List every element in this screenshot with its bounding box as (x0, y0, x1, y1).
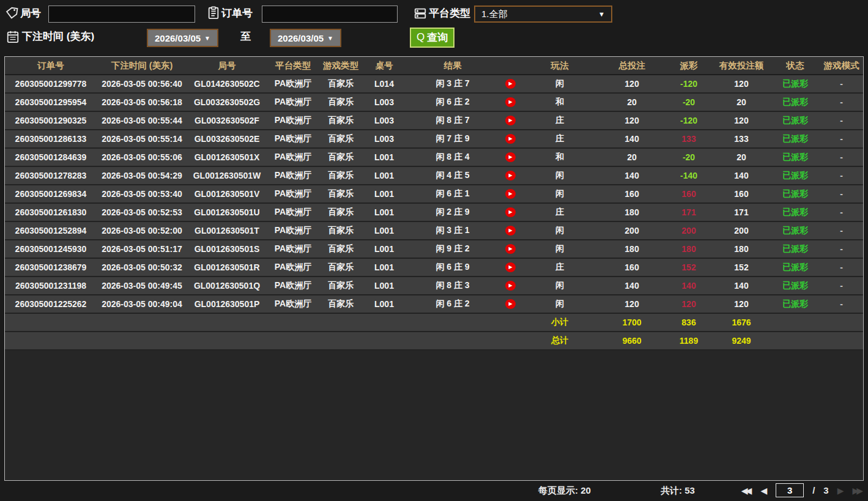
play-video-icon[interactable]: ▶ (505, 299, 516, 309)
cell-status: 已派彩 (771, 280, 820, 291)
subtotal-row: 小计 1700 836 1676 (5, 314, 863, 332)
calendar-icon (6, 30, 20, 43)
first-page-icon[interactable]: ◀◀ (741, 486, 752, 495)
cell-bet-time: 2026-03-05 00:49:04 (97, 299, 187, 309)
table-row[interactable]: 260305001278283 2026-03-05 00:54:29 GL00… (5, 167, 863, 185)
cell-total-bet: 20 (598, 97, 666, 107)
play-video-icon[interactable]: ▶ (505, 226, 516, 236)
cell-payout: 133 (666, 134, 712, 144)
cell-total-bet: 160 (598, 262, 666, 272)
cell-payout: 120 (666, 299, 712, 309)
cell-order-id: 260305001252894 (5, 226, 97, 236)
cell-game-type: 百家乐 (319, 97, 362, 108)
order-id-input[interactable] (262, 6, 398, 23)
cell-result: 闲 6 庄 2 (406, 97, 499, 108)
col-header-round-id: 局号 (187, 60, 267, 72)
col-header-play: 玩法 (521, 60, 598, 72)
next-page-icon[interactable]: ▶ (837, 486, 844, 495)
cell-round-id: GL0032630502F (187, 116, 267, 125)
cell-game-type: 百家乐 (319, 188, 362, 199)
cell-game-type: 百家乐 (319, 243, 362, 254)
cell-round-id: GL0142630502C (187, 79, 267, 89)
play-video-icon[interactable]: ▶ (505, 244, 516, 254)
search-button[interactable]: Q 查询 (410, 28, 454, 48)
cell-game-type: 百家乐 (319, 299, 362, 310)
play-video-icon[interactable]: ▶ (505, 189, 516, 199)
cell-video: ▶ (499, 281, 521, 291)
play-video-icon[interactable]: ▶ (505, 152, 516, 162)
cell-payout: -120 (666, 79, 712, 89)
cell-status: 已派彩 (771, 115, 820, 126)
cell-round-id: GL0012630501T (187, 226, 267, 236)
cell-valid-bet: 120 (712, 116, 771, 125)
table-row[interactable]: 260305001290325 2026-03-05 00:55:44 GL00… (5, 112, 863, 130)
table-row[interactable]: 260305001225262 2026-03-05 00:49:04 GL00… (5, 295, 863, 314)
table-row[interactable]: 260305001295954 2026-03-05 00:56:18 GL00… (5, 94, 863, 112)
table-row[interactable]: 260305001261830 2026-03-05 00:52:53 GL00… (5, 204, 863, 222)
bet-time-label: 下注时间 (美东) (22, 29, 94, 44)
cell-game-mode: - (820, 152, 863, 162)
cell-play: 和 (521, 152, 598, 163)
cell-result: 闲 2 庄 9 (406, 207, 499, 218)
chevron-down-icon: ▼ (204, 35, 210, 42)
table-row[interactable]: 260305001231198 2026-03-05 00:49:45 GL00… (5, 277, 863, 295)
cell-payout: 171 (666, 207, 712, 217)
platform-type-select[interactable]: 1.全部 ▼ (474, 6, 612, 23)
play-video-icon[interactable]: ▶ (505, 134, 516, 144)
prev-page-icon[interactable]: ◀ (760, 486, 767, 495)
col-header-valid-bet: 有效投注额 (712, 60, 771, 72)
last-page-icon[interactable]: ▶▶ (852, 486, 863, 495)
cell-valid-bet: 20 (712, 152, 771, 162)
cell-round-id: GL0032630502G (187, 97, 267, 107)
cell-result: 闲 8 庄 4 (406, 152, 499, 163)
col-header-game-type: 游戏类型 (319, 60, 362, 72)
cell-video: ▶ (499, 97, 521, 107)
table-row[interactable]: 260305001299778 2026-03-05 00:56:40 GL01… (5, 75, 863, 94)
cell-video: ▶ (499, 116, 521, 125)
cell-round-id: GL0012630501U (187, 207, 267, 217)
subtotal-total-bet: 1700 (598, 317, 666, 327)
cell-game-type: 百家乐 (319, 280, 362, 291)
date-to-picker[interactable]: 2026/03/05 ▼ (270, 29, 341, 47)
round-id-input[interactable] (48, 6, 195, 23)
table-row[interactable]: 260305001245930 2026-03-05 00:51:17 GL00… (5, 240, 863, 259)
cell-result: 闲 9 庄 2 (406, 243, 499, 254)
cell-bet-time: 2026-03-05 00:55:44 (97, 116, 187, 125)
cell-bet-time: 2026-03-05 00:50:32 (97, 262, 187, 272)
cell-result: 闲 3 庄 1 (406, 225, 499, 236)
cell-table-id: L001 (362, 299, 406, 309)
play-video-icon[interactable]: ▶ (505, 79, 516, 89)
cell-order-id: 260305001261830 (5, 207, 97, 217)
pagination-bar: 每页显示: 20 共计: 53 ◀◀ ◀ 3 / 3 ▶ ▶▶ (0, 482, 868, 501)
platform-type-label: 平台类型 (429, 6, 470, 21)
current-page-input[interactable]: 3 (776, 483, 804, 497)
table-row[interactable]: 260305001284639 2026-03-05 00:55:06 GL00… (5, 149, 863, 167)
play-video-icon[interactable]: ▶ (505, 207, 516, 217)
play-video-icon[interactable]: ▶ (505, 262, 516, 272)
cell-payout: 140 (666, 281, 712, 291)
col-header-payout: 派彩 (666, 60, 712, 72)
cell-play: 闲 (521, 299, 598, 310)
play-video-icon[interactable]: ▶ (505, 116, 516, 125)
table-row[interactable]: 260305001269834 2026-03-05 00:53:40 GL00… (5, 185, 863, 204)
cell-bet-time: 2026-03-05 00:55:06 (97, 152, 187, 162)
date-from-picker[interactable]: 2026/03/05 ▼ (147, 29, 218, 47)
cell-round-id: GL0012630501P (187, 299, 267, 309)
table-row[interactable]: 260305001252894 2026-03-05 00:52:00 GL00… (5, 222, 863, 240)
cell-game-mode: - (820, 244, 863, 254)
cell-payout: 200 (666, 226, 712, 236)
cell-game-mode: - (820, 116, 863, 125)
subtotal-valid-bet: 1676 (712, 317, 771, 327)
play-video-icon[interactable]: ▶ (505, 281, 516, 291)
cell-order-id: 260305001284639 (5, 152, 97, 162)
tag-icon (5, 7, 18, 20)
table-row[interactable]: 260305001238679 2026-03-05 00:50:32 GL00… (5, 259, 863, 277)
play-video-icon[interactable]: ▶ (505, 97, 516, 107)
cell-order-id: 260305001278283 (5, 171, 97, 180)
subtotal-payout: 836 (666, 317, 712, 327)
table-row[interactable]: 260305001286133 2026-03-05 00:55:14 GL00… (5, 130, 863, 149)
cell-payout: -20 (666, 152, 712, 162)
cell-valid-bet: 20 (712, 97, 771, 107)
play-video-icon[interactable]: ▶ (505, 171, 516, 180)
cell-table-id: L001 (362, 262, 406, 272)
